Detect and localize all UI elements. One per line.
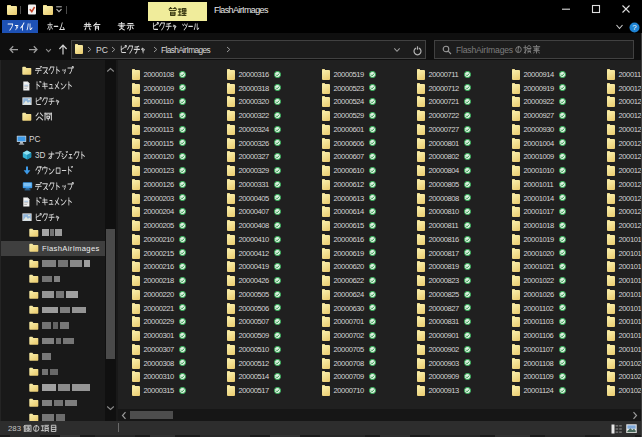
svg-text:?: ? xyxy=(632,23,637,32)
